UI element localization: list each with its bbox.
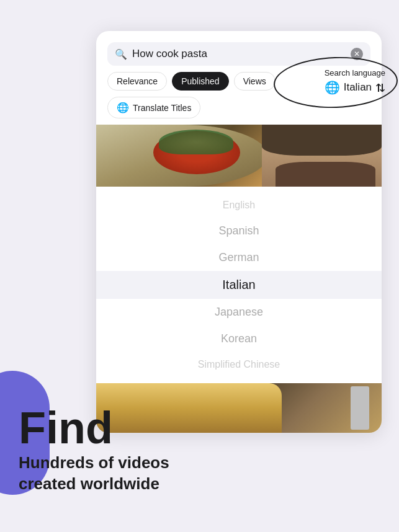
swap-icon[interactable]: ⇄ [374, 83, 387, 92]
fork-utensil [351, 386, 369, 430]
language-list: English Spanish German Italian Japanese … [96, 187, 382, 383]
language-item-italian[interactable]: Italian [96, 271, 382, 299]
language-item-korean[interactable]: Korean [96, 326, 382, 352]
language-item-english[interactable]: English [96, 193, 382, 218]
filter-relevance-button[interactable]: Relevance [107, 72, 167, 91]
food-image-top [96, 125, 382, 187]
find-subheadline-text: Hundreds of videoscreated worldwide [19, 453, 169, 493]
search-language-label: Search language [325, 68, 385, 78]
find-headline: Find [19, 406, 169, 450]
search-language-callout: Search language 🌐 Italian ⇄ [316, 62, 394, 101]
search-language-value: Italian [344, 81, 372, 94]
search-query: How cook pasta [132, 48, 346, 60]
translate-titles-label: Translate Titles [133, 103, 191, 113]
translate-icon: 🌐 [117, 102, 129, 113]
search-icon: 🔍 [115, 48, 127, 60]
language-item-german[interactable]: German [96, 244, 382, 271]
food-garnish-green [159, 130, 233, 154]
language-item-japanese[interactable]: Japanese [96, 299, 382, 326]
find-subheadline: Hundreds of videoscreated worldwide [19, 453, 169, 495]
language-item-spanish[interactable]: Spanish [96, 218, 382, 244]
search-language-inner: Search language 🌐 Italian ⇄ [316, 62, 394, 101]
person-beard [276, 162, 375, 187]
bottom-text-section: Find Hundreds of videoscreated worldwide [19, 406, 169, 495]
filter-published-button[interactable]: Published [172, 72, 229, 91]
search-language-value-row: 🌐 Italian ⇄ [325, 80, 385, 95]
globe-icon: 🌐 [325, 80, 340, 95]
translate-titles-button[interactable]: 🌐 Translate Titles [107, 97, 200, 118]
filter-views-button[interactable]: Views [234, 72, 276, 91]
language-item-simplified-chinese[interactable]: Simplified Chinese [96, 352, 382, 377]
person-hair [262, 125, 382, 156]
